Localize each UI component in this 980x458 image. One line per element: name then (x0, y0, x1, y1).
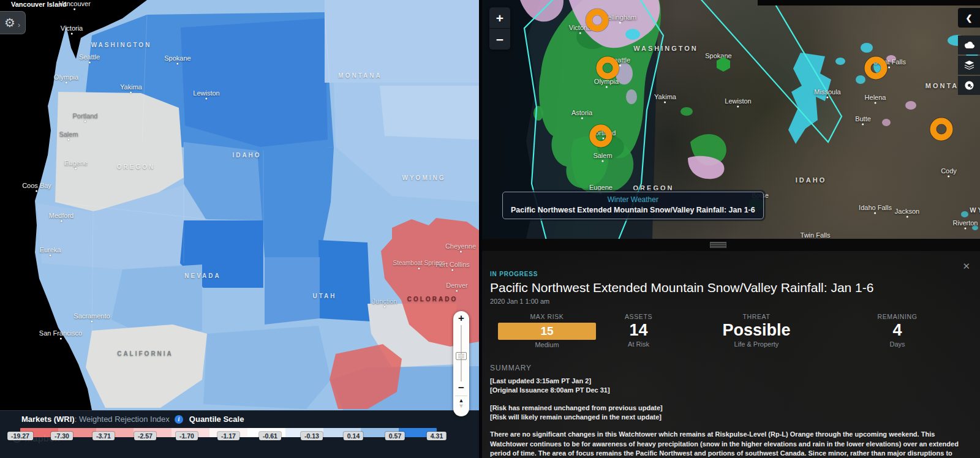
weather-layer-button[interactable] (958, 36, 980, 54)
choropleth-layer (0, 0, 479, 410)
summary-paragraph: There are no significant changes in this… (490, 430, 971, 458)
metric-name: Markets (WRI) (21, 415, 75, 424)
scale-tick: -7.30 (51, 432, 73, 440)
city-label: Yakima (654, 93, 676, 103)
city-label: Eureka (40, 246, 61, 257)
event-title: Pacific Northwest Extended Mountain Snow… (511, 206, 755, 214)
scale-type-label: Quantile Scale (189, 415, 244, 424)
status-badge: IN PROGRESS (490, 271, 971, 277)
state-label: MONTANA (338, 72, 382, 79)
city-label: Steamboat Springs (393, 260, 445, 269)
stat-label: MAX RISK (498, 313, 596, 320)
stats-row: MAX RISK 15 Medium ASSETS 14 At Risk THR… (490, 313, 971, 350)
map-settings-panel[interactable]: ⚙ › (0, 11, 26, 34)
watchtower-title: Pacific Northwest Extended Mountain Snow… (490, 280, 971, 295)
stat-sublabel: Life & Property (692, 340, 821, 348)
scale-tick: 4.31 (427, 432, 447, 440)
city-label: Victoria (61, 24, 83, 35)
alert-marker[interactable] (865, 57, 888, 80)
issue-timestamp: 2020 Jan 1 1:00 am (490, 298, 971, 305)
weather-map[interactable]: WASHINGTON MONTANA IDAHO OREGON WY Victo… (482, 0, 980, 239)
basemap-button[interactable] (958, 76, 980, 95)
panel-resize-strip (482, 239, 980, 251)
info-icon[interactable]: i (175, 415, 183, 424)
arrow-down-icon[interactable]: ▼ (459, 404, 464, 409)
city-label: Seattle (79, 53, 100, 64)
scale-tick: -0.61 (259, 432, 281, 440)
scale-tick: -1.70 (176, 432, 198, 440)
scale-tick: 0.14 (344, 432, 363, 440)
stat-remaining: REMAINING 4 Days (833, 313, 962, 348)
close-icon[interactable]: ✕ (962, 261, 970, 272)
city-label: Medford (49, 212, 74, 222)
city-label: San Francisco (39, 329, 82, 340)
state-label: IDAHO (796, 176, 826, 184)
map-zoom-slider: + − ▲ ▼ (453, 311, 469, 416)
state-label: OREGON (117, 163, 155, 170)
state-label: CALIFORNIA (117, 350, 173, 357)
city-label: Eugene (64, 159, 88, 170)
state-label: OREGON (633, 184, 674, 192)
scale-tick: -3.71 (92, 432, 115, 440)
city-label: Salem (593, 152, 612, 162)
chevron-right-icon: › (18, 21, 20, 29)
scale-tick: 0.57 (385, 432, 405, 440)
city-label: Helena (865, 94, 886, 104)
state-label: WY (970, 206, 980, 214)
alert-marker[interactable] (930, 118, 953, 141)
city-label: Idaho Falls (859, 204, 892, 214)
zoom-handle[interactable] (456, 352, 467, 360)
alert-marker[interactable] (590, 125, 612, 148)
zoom-in-button[interactable]: + (489, 7, 510, 28)
collapse-panel-button[interactable]: ❮ (958, 8, 980, 28)
alert-marker[interactable] (597, 57, 619, 80)
city-label: Astoria (571, 109, 592, 119)
map-zoom-controls: + − (489, 7, 510, 50)
stat-sublabel: Medium (498, 341, 596, 348)
alert-marker[interactable] (586, 9, 609, 32)
city-label: Junction (372, 298, 398, 308)
summary-line: [Risk will likely remain unchanged in th… (490, 413, 971, 422)
city-label: Olympia (54, 73, 78, 84)
stat-value: Possible (692, 321, 821, 339)
city-label: Vancouver (59, 0, 91, 10)
zoom-out-button[interactable]: − (458, 383, 464, 394)
max-risk-badge: 15 (498, 323, 596, 340)
watchtower-panel: WASHINGTON MONTANA IDAHO OREGON WY Victo… (482, 0, 980, 458)
event-popup[interactable]: Winter Weather Pacific Northwest Extende… (502, 192, 764, 219)
slider-divider (455, 396, 468, 396)
city-label: Salem (59, 130, 78, 141)
stat-value: 14 (591, 321, 686, 339)
stat-value: 4 (833, 321, 962, 339)
legend-title: Markets (WRI) : Weighted Rejection Index… (21, 415, 244, 424)
city-label: Sacramento (74, 312, 110, 323)
state-label: WASHINGTON (633, 45, 698, 52)
city-label: Lewiston (725, 97, 751, 108)
city-label: Portland (73, 112, 98, 122)
zoom-out-button[interactable]: − (489, 29, 510, 50)
city-label: Cheyenne (445, 242, 476, 253)
map-toolbar: ❮ (958, 8, 980, 96)
zoom-in-button[interactable]: + (458, 313, 464, 324)
markets-wri-map[interactable]: Vancouver Island WASHINGTON MONTANA OREG… (0, 0, 479, 458)
stat-label: THREAT (692, 313, 821, 320)
summary-heading: SUMMARY (490, 364, 971, 372)
scale-tick: -19.27 (7, 432, 33, 440)
cloud-icon (963, 41, 975, 49)
scale-tick: -2.57 (134, 432, 156, 440)
city-label: Yakima (120, 83, 142, 94)
scale-tick: -1.17 (217, 432, 239, 440)
state-label: NEVADA (184, 272, 221, 279)
layers-button[interactable] (958, 56, 980, 75)
stat-max-risk: MAX RISK 15 Medium (498, 313, 596, 348)
zoom-track[interactable] (453, 325, 469, 381)
state-label: IDAHO (232, 152, 261, 159)
city-label: Jackson (895, 208, 919, 218)
app: Vancouver Island WASHINGTON MONTANA OREG… (0, 0, 980, 458)
state-label: UTAH (312, 293, 336, 299)
scale-tick: -0.13 (301, 432, 323, 440)
resize-grip-handle[interactable] (710, 242, 726, 248)
pan-arrows[interactable]: ▲ ▼ (459, 398, 464, 409)
gear-icon[interactable]: ⚙ (4, 17, 15, 29)
city-label: Missoula (814, 88, 840, 99)
